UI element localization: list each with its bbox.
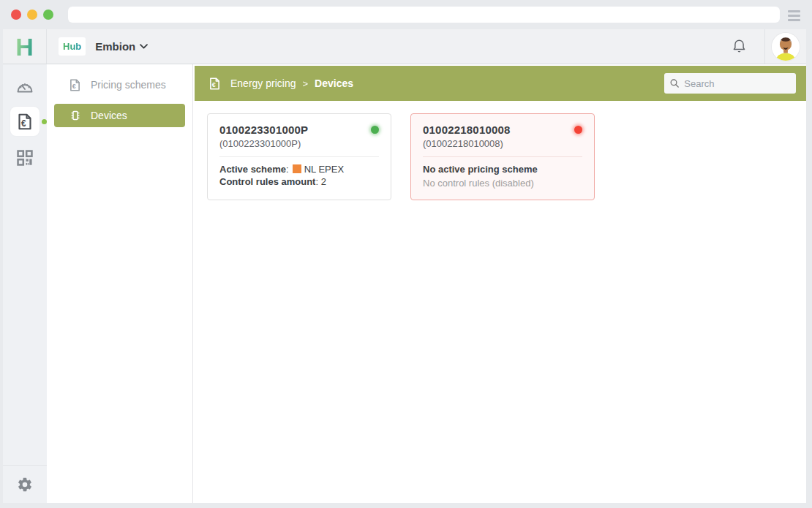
- sidebar-item-pricing-schemes[interactable]: € Pricing schemes: [47, 73, 192, 96]
- chip-icon: [69, 110, 81, 121]
- document-euro-icon: €: [18, 113, 32, 130]
- search-box: [664, 73, 796, 94]
- sidebar-item-label: Pricing schemes: [91, 79, 166, 91]
- settings-rail-item[interactable]: [3, 465, 47, 503]
- app-logo[interactable]: H: [3, 29, 47, 64]
- dashboard-gauge-icon[interactable]: [15, 76, 35, 96]
- no-rules-text: No control rules (disabled): [423, 177, 582, 189]
- avatar-image-icon: [772, 33, 800, 61]
- breadcrumb-separator: >: [303, 78, 309, 89]
- card-divider: [423, 156, 582, 157]
- scheme-color-swatch: [293, 164, 301, 173]
- device-title: 0100223301000P: [219, 124, 308, 136]
- bell-icon: [732, 38, 747, 55]
- breadcrumb: € Energy pricing > Devices: [209, 77, 353, 90]
- window-controls: [11, 10, 53, 20]
- user-avatar[interactable]: [772, 33, 800, 61]
- browser-menu-icon[interactable]: [788, 10, 800, 23]
- control-rules-value: 2: [321, 176, 326, 187]
- gear-icon: [17, 477, 33, 493]
- app-header: H Hub Embion: [3, 29, 806, 64]
- search-icon: [670, 78, 679, 88]
- hub-badge-label: Hub: [63, 41, 81, 52]
- minimize-window-button[interactable]: [27, 10, 37, 20]
- control-rules-label: Control rules amount: [219, 176, 315, 187]
- device-card-alert[interactable]: 01002218010008 (01002218010008) No activ…: [410, 113, 595, 200]
- workspace-name: Embion: [95, 40, 135, 53]
- app-body: €: [3, 64, 806, 503]
- active-scheme-label: Active scheme: [219, 164, 286, 175]
- browser-chrome: [0, 0, 812, 29]
- sidebar-item-label: Devices: [91, 110, 127, 121]
- logo-h-icon: H: [15, 34, 34, 59]
- document-euro-icon: €: [69, 79, 80, 91]
- card-divider: [219, 156, 379, 157]
- avatar-cell: [764, 29, 806, 64]
- notifications-button[interactable]: [714, 38, 764, 55]
- device-card-online[interactable]: 0100223301000P (0100223301000P) Active s…: [207, 113, 391, 200]
- document-euro-icon: €: [209, 77, 220, 90]
- sidebar-item-devices[interactable]: Devices: [54, 104, 185, 127]
- device-subtitle: (01002218010008): [423, 138, 582, 149]
- device-cards: 0100223301000P (0100223301000P) Active s…: [193, 101, 806, 215]
- apps-grid-icon[interactable]: [15, 148, 35, 168]
- hub-badge[interactable]: Hub: [59, 37, 86, 56]
- device-subtitle: (0100223301000P): [219, 138, 379, 149]
- energy-pricing-rail-item[interactable]: €: [10, 107, 40, 136]
- svg-text:€: €: [21, 118, 26, 128]
- url-bar[interactable]: [68, 7, 780, 23]
- svg-text:€: €: [212, 81, 216, 88]
- active-section-indicator: [42, 119, 47, 124]
- icon-rail: €: [3, 64, 47, 503]
- device-title: 01002218010008: [423, 124, 511, 136]
- zoom-window-button[interactable]: [43, 10, 53, 20]
- main-content: € Energy pricing > Devices: [193, 64, 806, 503]
- app-window: H Hub Embion: [3, 29, 806, 503]
- status-online-icon: [371, 126, 379, 134]
- chevron-down-icon: [140, 44, 148, 49]
- close-window-button[interactable]: [11, 10, 21, 20]
- breadcrumb-devices: Devices: [315, 77, 353, 89]
- search-input[interactable]: [684, 78, 790, 89]
- status-offline-icon: [574, 126, 582, 134]
- control-rules-row: Control rules amount: 2: [219, 175, 379, 188]
- sidebar: € Pricing schemes Devices: [47, 64, 193, 503]
- no-scheme-text: No active pricing scheme: [423, 164, 538, 175]
- active-scheme-value: NL EPEX: [304, 164, 344, 175]
- breadcrumb-energy-pricing[interactable]: Energy pricing: [230, 77, 296, 89]
- active-scheme-row: Active scheme:NL EPEX: [219, 163, 379, 175]
- svg-text:€: €: [72, 83, 76, 90]
- workspace-selector[interactable]: Embion: [95, 40, 148, 53]
- breadcrumb-bar: € Energy pricing > Devices: [195, 66, 806, 101]
